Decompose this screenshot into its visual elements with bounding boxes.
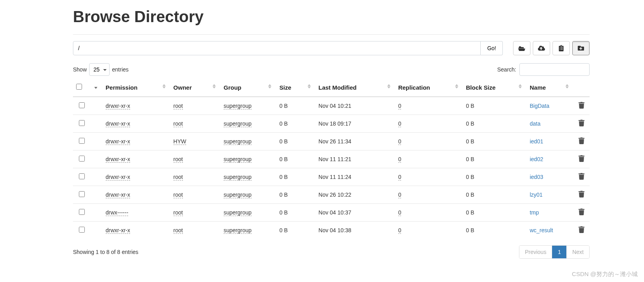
modified-cell: Nov 04 10:37 xyxy=(315,204,395,222)
permission-cell[interactable]: drwxr-xr-x xyxy=(106,174,130,180)
next-button[interactable]: Next xyxy=(567,246,589,258)
row-checkbox[interactable] xyxy=(79,156,85,162)
owner-cell[interactable]: root xyxy=(174,174,183,180)
row-checkbox[interactable] xyxy=(79,102,85,108)
entries-select[interactable]: 25 xyxy=(89,63,110,76)
replication-cell[interactable]: 0 xyxy=(398,174,401,180)
modified-cell: Nov 26 10:22 xyxy=(315,186,395,204)
delete-button[interactable] xyxy=(579,103,584,110)
replication-cell[interactable]: 0 xyxy=(398,138,401,145)
name-link[interactable]: tmp xyxy=(530,209,539,216)
col-select-all[interactable] xyxy=(73,79,90,97)
permission-cell[interactable]: drwxr-xr-x xyxy=(106,227,130,234)
search-input[interactable] xyxy=(519,63,590,76)
name-link[interactable]: BigData xyxy=(530,103,549,109)
size-cell: 0 B xyxy=(276,186,315,204)
search-label: Search: xyxy=(497,66,516,73)
col-modified[interactable]: Last Modified xyxy=(315,79,395,97)
replication-cell[interactable]: 0 xyxy=(398,227,401,234)
col-group[interactable]: Group xyxy=(220,79,276,97)
size-cell: 0 B xyxy=(276,150,315,168)
col-size[interactable]: Size xyxy=(276,79,315,97)
modified-cell: Nov 26 11:34 xyxy=(315,133,395,150)
trash-icon xyxy=(579,137,584,144)
owner-cell[interactable]: root xyxy=(174,209,183,216)
group-cell[interactable]: supergroup xyxy=(224,192,252,198)
modified-cell: Nov 11 11:21 xyxy=(315,150,395,168)
delete-button[interactable] xyxy=(579,121,584,128)
permission-cell[interactable]: drwxr-xr-x xyxy=(106,103,130,109)
group-cell[interactable]: supergroup xyxy=(224,120,252,127)
owner-cell[interactable]: root xyxy=(174,192,183,198)
permission-cell[interactable]: drwxr-xr-x xyxy=(106,138,130,145)
blocksize-cell: 0 B xyxy=(463,115,527,133)
go-button[interactable]: Go! xyxy=(481,41,503,55)
size-cell: 0 B xyxy=(276,97,315,115)
blocksize-cell: 0 B xyxy=(463,222,527,239)
select-all-checkbox[interactable] xyxy=(76,84,82,90)
path-input[interactable] xyxy=(73,41,481,55)
name-link[interactable]: ied03 xyxy=(530,174,543,180)
permission-cell[interactable]: drwx------ xyxy=(106,209,129,216)
name-link[interactable]: ied01 xyxy=(530,138,543,145)
permission-cell[interactable]: drwxr-xr-x xyxy=(106,120,130,127)
snippet-button[interactable] xyxy=(553,41,570,55)
delete-button[interactable] xyxy=(579,175,584,181)
open-folder-button[interactable] xyxy=(513,41,530,55)
blocksize-cell: 0 B xyxy=(463,97,527,115)
trash-icon xyxy=(579,191,584,197)
group-cell[interactable]: supergroup xyxy=(224,103,252,109)
col-blocksize[interactable]: Block Size xyxy=(463,79,527,97)
name-link[interactable]: lzy01 xyxy=(530,192,543,198)
owner-cell[interactable]: root xyxy=(174,103,183,109)
blocksize-cell: 0 B xyxy=(463,168,527,186)
delete-button[interactable] xyxy=(579,228,584,234)
replication-cell[interactable]: 0 xyxy=(398,209,401,216)
row-checkbox[interactable] xyxy=(79,191,85,197)
group-cell[interactable]: supergroup xyxy=(224,138,252,145)
file-table: Permission Owner Group Size Last Modifie… xyxy=(73,79,590,239)
replication-cell[interactable]: 0 xyxy=(398,103,401,109)
group-cell[interactable]: supergroup xyxy=(224,174,252,180)
new-folder-button[interactable] xyxy=(572,41,590,55)
replication-cell[interactable]: 0 xyxy=(398,156,401,163)
col-permission[interactable]: Permission xyxy=(103,79,170,97)
blocksize-cell: 0 B xyxy=(463,133,527,150)
row-checkbox[interactable] xyxy=(79,173,85,179)
owner-cell[interactable]: root xyxy=(174,227,183,234)
owner-cell[interactable]: root xyxy=(174,156,183,163)
delete-button[interactable] xyxy=(579,139,584,145)
show-prefix: Show xyxy=(73,66,87,73)
upload-button[interactable] xyxy=(533,41,550,55)
row-checkbox[interactable] xyxy=(79,227,85,233)
col-owner[interactable]: Owner xyxy=(170,79,220,97)
delete-button[interactable] xyxy=(579,192,584,199)
replication-cell[interactable]: 0 xyxy=(398,192,401,198)
permission-cell[interactable]: drwxr-xr-x xyxy=(106,192,130,198)
row-checkbox[interactable] xyxy=(79,209,85,215)
divider xyxy=(73,34,590,35)
group-cell[interactable]: supergroup xyxy=(224,156,252,163)
row-checkbox[interactable] xyxy=(79,138,85,144)
delete-button[interactable] xyxy=(579,157,584,163)
col-parent[interactable] xyxy=(90,79,102,97)
prev-button[interactable]: Previous xyxy=(519,246,552,258)
size-cell: 0 B xyxy=(276,133,315,150)
col-replication[interactable]: Replication xyxy=(395,79,463,97)
owner-cell[interactable]: root xyxy=(174,120,183,127)
page-1-button[interactable]: 1 xyxy=(552,246,567,258)
trash-icon xyxy=(579,209,584,215)
col-name[interactable]: Name xyxy=(526,79,573,97)
permission-cell[interactable]: drwxr-xr-x xyxy=(106,156,130,163)
group-cell[interactable]: supergroup xyxy=(224,209,252,216)
name-link[interactable]: data xyxy=(530,120,540,127)
delete-button[interactable] xyxy=(579,210,584,216)
table-row: drwx------rootsupergroup0 BNov 04 10:370… xyxy=(73,204,590,222)
folder-plus-icon xyxy=(577,45,584,51)
owner-cell[interactable]: HYW xyxy=(174,138,187,145)
row-checkbox[interactable] xyxy=(79,120,85,126)
name-link[interactable]: wc_result xyxy=(530,227,553,233)
replication-cell[interactable]: 0 xyxy=(398,120,401,127)
group-cell[interactable]: supergroup xyxy=(224,227,252,234)
name-link[interactable]: ied02 xyxy=(530,156,543,162)
